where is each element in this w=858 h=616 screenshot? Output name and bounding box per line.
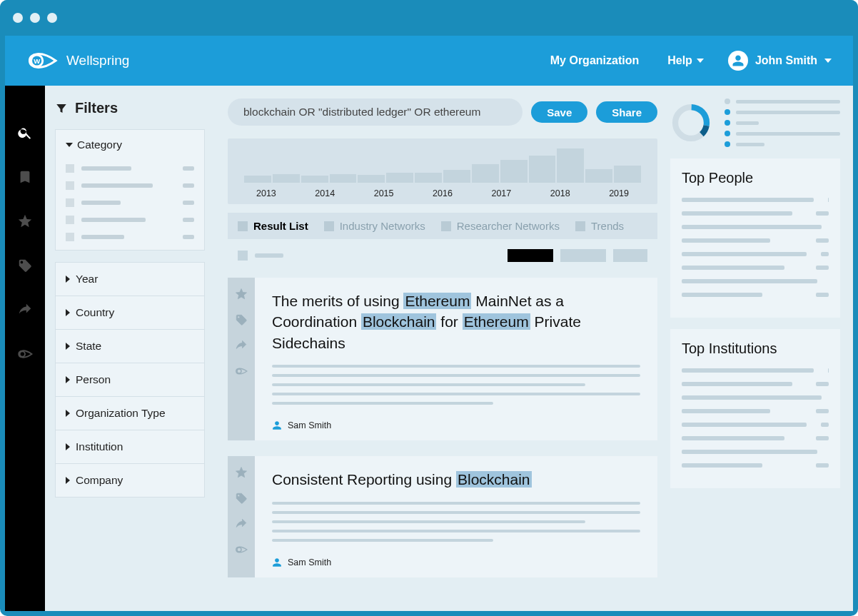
placeholder-line	[682, 450, 817, 454]
list-item[interactable]	[682, 279, 829, 283]
list-item[interactable]	[682, 368, 829, 373]
toolbar-button[interactable]	[613, 249, 647, 262]
filter-accordion-item[interactable]: Institution	[56, 430, 204, 463]
svg-text:W: W	[34, 57, 40, 65]
filter-option-placeholder[interactable]	[56, 194, 204, 211]
save-button[interactable]: Save	[531, 101, 587, 123]
tab-trends[interactable]: Trends	[575, 220, 624, 232]
tab-result-list[interactable]: Result List	[238, 220, 308, 232]
wellspring-icon[interactable]	[17, 346, 33, 362]
result-toolbar	[228, 243, 657, 268]
list-item[interactable]	[682, 409, 829, 413]
nav-my-organization[interactable]: My Organization	[550, 54, 639, 67]
wellspring-icon[interactable]	[235, 543, 248, 556]
person-icon	[272, 420, 282, 430]
center-column: Save Share 2013201420152016201720182019 …	[228, 99, 657, 611]
list-item[interactable]	[682, 423, 829, 427]
filter-accordion-item[interactable]: Year	[56, 263, 204, 296]
list-item[interactable]	[682, 382, 829, 386]
tag-icon[interactable]	[235, 313, 248, 326]
timeline-bar	[443, 170, 470, 183]
list-item[interactable]	[682, 395, 829, 400]
chevron-down-icon	[66, 143, 73, 147]
chevron-down-icon	[824, 59, 832, 63]
share-button[interactable]: Share	[596, 101, 657, 123]
list-item[interactable]	[682, 238, 829, 243]
share-icon[interactable]	[235, 339, 248, 352]
wellspring-icon[interactable]	[235, 365, 248, 378]
filter-accordion-item[interactable]: Person	[56, 363, 204, 396]
placeholder-value	[816, 266, 829, 270]
timeline-bar	[614, 166, 641, 183]
filter-option-placeholder[interactable]	[56, 211, 204, 228]
placeholder-line	[682, 266, 784, 270]
toolbar-placeholder	[255, 253, 283, 258]
tag-icon[interactable]	[17, 258, 33, 273]
list-item[interactable]	[682, 436, 829, 440]
top-institutions-title: Top Institutions	[682, 340, 829, 357]
list-item[interactable]	[682, 211, 829, 216]
list-item[interactable]	[682, 266, 829, 270]
share-icon[interactable]	[17, 302, 33, 318]
list-item[interactable]	[682, 198, 829, 202]
highlight-term: Blockchain	[361, 313, 437, 330]
brand[interactable]: W Wellspring	[26, 49, 129, 73]
star-icon[interactable]	[235, 288, 248, 301]
tab-researcher-networks[interactable]: Researcher Networks	[441, 220, 560, 232]
nav-help[interactable]: Help	[667, 54, 704, 67]
placeholder-line	[682, 225, 822, 229]
tab-industry-networks[interactable]: Industry Networks	[324, 220, 425, 232]
list-item[interactable]	[682, 293, 829, 297]
filter-category-group: Category	[55, 129, 205, 251]
result-title[interactable]: The merits of using Ethereum MainNet as …	[272, 291, 640, 353]
toolbar-button-active[interactable]	[508, 249, 553, 262]
filter-option-placeholder[interactable]	[56, 228, 204, 250]
search-input[interactable]	[228, 99, 523, 126]
filter-accordion-label: Institution	[76, 440, 123, 453]
tag-icon[interactable]	[235, 492, 248, 505]
filter-accordion-item[interactable]: Company	[56, 463, 204, 497]
timeline-bar	[386, 173, 413, 183]
svg-point-4	[237, 547, 241, 552]
result-author[interactable]: Sam Smith	[272, 557, 640, 567]
result-author[interactable]: Sam Smith	[272, 420, 640, 430]
filters-sidebar: Filters Category YearCountryStatePersonO…	[45, 86, 215, 611]
placeholder-value	[816, 382, 829, 386]
filter-accordion-item[interactable]: State	[56, 329, 204, 363]
toolbar-icon-placeholder[interactable]	[238, 251, 248, 261]
list-item[interactable]	[682, 225, 829, 229]
highlight-term: Blockchain	[456, 471, 532, 488]
timeline-bar	[358, 175, 385, 183]
user-name: John Smith	[755, 54, 817, 67]
filter-icon	[55, 102, 68, 115]
timeline-chart: 2013201420152016201720182019	[228, 138, 657, 204]
placeholder-value	[816, 238, 829, 243]
results-list: The merits of using Ethereum MainNet as …	[228, 278, 657, 593]
filter-accordion-item[interactable]: Country	[56, 296, 204, 329]
result-title[interactable]: Consistent Reporting using Blockchain	[272, 469, 640, 490]
filter-option-placeholder[interactable]	[56, 160, 204, 177]
star-icon[interactable]	[17, 213, 33, 229]
legend-item	[725, 131, 840, 136]
result-body: Consistent Reporting using BlockchainSam…	[255, 456, 657, 577]
star-icon[interactable]	[235, 466, 248, 479]
chevron-down-icon	[697, 59, 704, 63]
user-menu[interactable]: John Smith	[728, 51, 832, 71]
filter-accordion-item[interactable]: Organization Type	[56, 396, 204, 430]
person-icon	[732, 54, 745, 67]
filter-option-placeholder[interactable]	[56, 177, 204, 194]
bookmark-icon[interactable]	[17, 169, 33, 185]
list-item[interactable]	[682, 450, 829, 454]
filter-category-header[interactable]: Category	[56, 130, 204, 160]
timeline-year-label: 2018	[550, 188, 570, 198]
list-item[interactable]	[682, 463, 829, 468]
share-icon[interactable]	[235, 517, 248, 530]
body: Filters Category YearCountryStatePersonO…	[5, 86, 853, 611]
timeline-year-label: 2017	[491, 188, 511, 198]
donut-legend	[725, 99, 840, 147]
result-card: Consistent Reporting using BlockchainSam…	[228, 456, 657, 577]
list-item[interactable]	[682, 252, 829, 256]
search-icon[interactable]	[17, 125, 33, 141]
toolbar-button[interactable]	[560, 249, 606, 262]
filter-accordion-label: State	[76, 340, 101, 353]
